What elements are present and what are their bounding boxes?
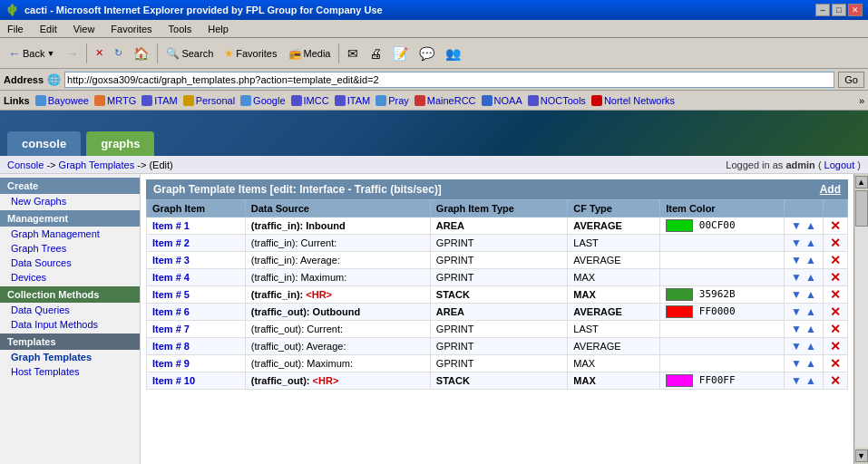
link-itam2[interactable]: ITAM (335, 95, 370, 106)
move-up-button[interactable]: ▲ (805, 254, 817, 266)
print-button[interactable]: 🖨 (365, 42, 386, 65)
mail-button[interactable]: ✉ (343, 42, 363, 65)
link-noaa[interactable]: NOAA (482, 95, 522, 106)
link-bayowee[interactable]: Bayowee (35, 95, 89, 106)
move-down-button[interactable]: ▼ (790, 357, 803, 370)
search-button[interactable]: 🔍 Search (161, 42, 218, 65)
minimize-button[interactable]: – (815, 4, 830, 16)
home-button[interactable]: 🏠 (129, 42, 153, 65)
move-down-button[interactable]: ▼ (790, 305, 803, 318)
item-link[interactable]: Item # 4 (152, 272, 190, 283)
sidebar-item-data-input-methods[interactable]: Data Input Methods (0, 317, 140, 332)
move-down-button[interactable]: ▼ (790, 254, 803, 266)
link-mainercc[interactable]: MaineRCC (414, 95, 476, 106)
menu-tools[interactable]: Tools (165, 23, 196, 35)
item-link[interactable]: Item # 7 (152, 324, 190, 334)
refresh-button[interactable]: ↻ (110, 42, 127, 65)
sidebar-item-devices[interactable]: Devices (0, 270, 140, 285)
delete-button[interactable]: ✕ (829, 219, 842, 232)
media-button[interactable]: 📻 Media (284, 42, 336, 65)
hr-link[interactable]: <HR> (306, 289, 332, 300)
stop-button[interactable]: ✕ (91, 42, 108, 65)
delete-button[interactable]: ✕ (829, 254, 842, 266)
item-link[interactable]: Item # 9 (152, 358, 190, 369)
forward-button[interactable]: → (61, 42, 83, 65)
move-up-button[interactable]: ▲ (805, 323, 817, 335)
link-personal[interactable]: Personal (183, 95, 235, 106)
move-down-button[interactable]: ▼ (790, 340, 803, 353)
move-up-button[interactable]: ▲ (805, 340, 817, 353)
delete-button[interactable]: ✕ (829, 305, 842, 318)
sidebar-item-data-queries[interactable]: Data Queries (0, 303, 140, 317)
scroll-up-button[interactable]: ▲ (855, 176, 868, 188)
move-up-button[interactable]: ▲ (805, 288, 817, 301)
address-input[interactable] (64, 72, 834, 88)
menu-edit[interactable]: Edit (36, 23, 61, 35)
delete-button[interactable]: ✕ (829, 374, 842, 387)
delete-button[interactable]: ✕ (829, 288, 842, 301)
edit-button[interactable]: 📝 (388, 42, 413, 65)
menu-view[interactable]: View (70, 23, 99, 35)
close-button[interactable]: ✕ (848, 4, 863, 16)
tab-graphs[interactable]: graphs (86, 131, 154, 156)
item-link[interactable]: Item # 6 (152, 306, 190, 317)
hr-link[interactable]: <HR> (313, 375, 339, 386)
item-link[interactable]: Item # 1 (152, 220, 190, 231)
link-pray[interactable]: Pray (375, 95, 409, 106)
link-mrtg[interactable]: MRTG (94, 95, 136, 106)
favorites-button[interactable]: ★ Favorites (219, 42, 281, 65)
messenger-button[interactable]: 👥 (441, 42, 465, 65)
back-dropdown-icon[interactable]: ▼ (46, 49, 54, 58)
add-button[interactable]: Add (820, 183, 841, 196)
table-cell-cf: MAX (568, 355, 660, 372)
move-down-button[interactable]: ▼ (790, 323, 803, 335)
scroll-thumb[interactable] (855, 190, 868, 227)
go-button[interactable]: Go (838, 72, 864, 88)
move-down-button[interactable]: ▼ (790, 237, 803, 249)
discuss-button[interactable]: 💬 (414, 42, 439, 65)
item-link[interactable]: Item # 5 (152, 289, 190, 300)
delete-button[interactable]: ✕ (829, 237, 842, 249)
link-google[interactable]: Google (240, 95, 285, 106)
move-down-button[interactable]: ▼ (790, 374, 803, 387)
move-up-button[interactable]: ▲ (805, 357, 817, 370)
link-nortel[interactable]: Nortel Networks (591, 95, 675, 106)
scrollbar[interactable]: ▲ ▼ (853, 174, 868, 464)
item-link[interactable]: Item # 8 (152, 341, 190, 352)
menu-help[interactable]: Help (204, 23, 232, 35)
move-up-button[interactable]: ▲ (805, 219, 817, 232)
link-noctools[interactable]: NOCTools (528, 95, 586, 106)
sidebar-item-new-graphs[interactable]: New Graphs (0, 194, 140, 208)
item-link[interactable]: Item # 10 (152, 375, 195, 386)
breadcrumb-console[interactable]: Console (7, 160, 44, 170)
move-down-button[interactable]: ▼ (790, 271, 803, 284)
maximize-button[interactable]: □ (832, 4, 846, 16)
move-up-button[interactable]: ▲ (805, 271, 817, 284)
sidebar-item-host-templates[interactable]: Host Templates (0, 364, 140, 379)
delete-button[interactable]: ✕ (829, 357, 842, 370)
delete-button[interactable]: ✕ (829, 271, 842, 284)
sidebar-item-data-sources[interactable]: Data Sources (0, 256, 140, 270)
move-up-button[interactable]: ▲ (805, 374, 817, 387)
item-link[interactable]: Item # 3 (152, 255, 190, 266)
link-itam1[interactable]: ITAM (141, 95, 177, 106)
links-more-icon[interactable]: » (859, 95, 864, 106)
delete-button[interactable]: ✕ (829, 323, 842, 335)
back-button[interactable]: ← Back ▼ (4, 42, 59, 65)
item-link[interactable]: Item # 2 (152, 237, 190, 248)
scroll-down-button[interactable]: ▼ (855, 450, 868, 462)
move-down-button[interactable]: ▼ (790, 219, 803, 232)
tab-console[interactable]: console (7, 131, 81, 156)
breadcrumb-graph-templates[interactable]: Graph Templates (59, 160, 135, 170)
sidebar-item-graph-trees[interactable]: Graph Trees (0, 241, 140, 256)
sidebar-item-graph-management[interactable]: Graph Management (0, 227, 140, 241)
logout-link[interactable]: Logout (824, 160, 855, 170)
menu-file[interactable]: File (4, 23, 27, 35)
move-down-button[interactable]: ▼ (790, 288, 803, 301)
delete-button[interactable]: ✕ (829, 340, 842, 353)
move-up-button[interactable]: ▲ (805, 305, 817, 318)
move-up-button[interactable]: ▲ (805, 237, 817, 249)
menu-favorites[interactable]: Favorites (107, 23, 155, 35)
sidebar-item-graph-templates[interactable]: Graph Templates (0, 350, 140, 364)
link-imcc[interactable]: IMCC (291, 95, 329, 106)
